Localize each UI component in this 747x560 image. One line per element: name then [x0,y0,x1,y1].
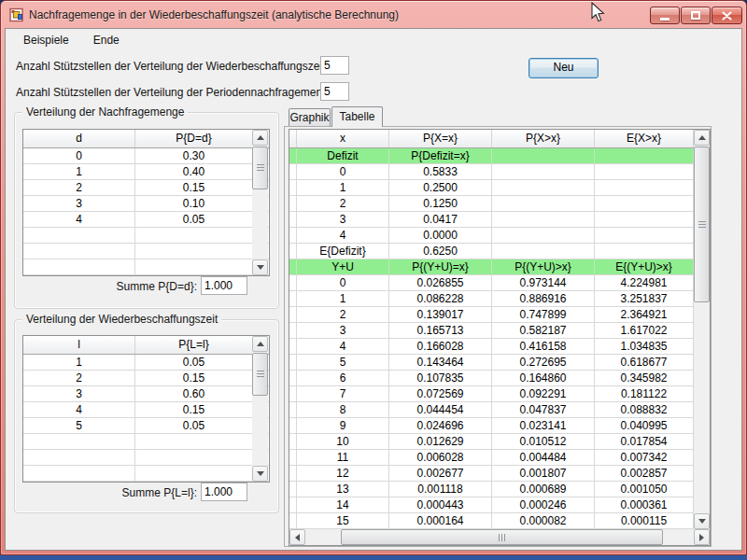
demand-grid-scrollbar[interactable] [252,130,268,275]
table-row[interactable]: 20.1390170.7478992.364921 [289,307,710,323]
table-row[interactable]: 30.10 [23,196,269,212]
menu-item-ende[interactable]: Ende [85,30,128,50]
tab-tabelle[interactable]: Tabelle [331,106,383,127]
leadtime-grid-scrollbar[interactable] [252,336,268,482]
scroll-down-button[interactable] [694,513,710,529]
table-row[interactable]: 20.1250 [289,196,710,212]
maximize-button[interactable] [681,7,711,24]
table-row[interactable]: 150.0001640.0000820.000115 [289,513,710,529]
table-cell: 0.023141 [492,418,595,433]
table-row[interactable]: 110.0060280.0044840.007342 [289,450,710,466]
table-row[interactable]: 60.1078350.1648600.345982 [289,371,710,386]
table-row[interactable]: 90.0246960.0231410.040995 [289,418,710,434]
table-row[interactable] [23,466,269,482]
table-cell: Y+U [297,259,389,274]
section-row[interactable]: Y+UP{(Y+U)=x}P{(Y+U)>x}E{(Y+U)>x} [289,259,710,275]
label-stuetzstellen-periode: Anzahl Stützstellen der Verteilung der P… [16,86,338,99]
scrollbar-thumb[interactable] [341,529,663,545]
row-header-cell [289,275,297,290]
table-cell: 0.001118 [389,482,492,497]
row-header-cell [289,212,297,227]
scroll-up-button[interactable] [252,336,268,352]
table-row[interactable]: 30.60 [23,386,269,402]
table-cell [492,164,595,179]
table-cell: 0.05 [135,212,253,227]
table-cell: 0.044454 [389,402,492,417]
table-cell: 2.364921 [595,307,694,322]
scrollbar-grip-icon [257,164,264,172]
table-row[interactable]: 50.05 [23,418,269,434]
table-cell: 0.10 [135,196,253,211]
tab-graphik[interactable]: Graphik [289,108,331,126]
scroll-right-button[interactable] [694,529,710,545]
table-row[interactable]: 40.05 [23,212,269,228]
scroll-down-button[interactable] [252,259,268,275]
input-stuetzstellen-periode[interactable] [320,82,349,101]
table-row[interactable]: 130.0011180.0006890.001050 [289,482,710,497]
result-table-hscrollbar[interactable] [289,529,710,545]
table-row[interactable]: E{Defizit}0.6250 [289,244,710,259]
table-row[interactable]: 10.05 [23,355,269,371]
table-row[interactable]: 40.1660280.4161581.034835 [289,339,710,355]
table-row[interactable]: 00.30 [23,148,269,164]
table-row[interactable] [23,434,269,450]
row-header-cell [289,259,297,274]
table-row[interactable]: 00.0268550.9731444.224981 [289,275,710,291]
scrollbar-thumb[interactable] [252,147,268,189]
app-icon [9,7,24,22]
row-header-cell [289,513,297,528]
input-stuetzstellen-wbz[interactable] [320,56,349,75]
table-row[interactable] [23,244,269,259]
section-row[interactable]: DefizitP{Defizit=x} [289,148,710,164]
table-row[interactable]: 20.15 [23,371,269,386]
groupbox-wiederbeschaffungszeit-title: Verteilung der Wiederbeschaffungszeit [22,313,221,326]
result-table-vscrollbar[interactable] [694,130,710,529]
leadtime-grid[interactable]: lP{L=l}10.0520.1530.6040.1550.05 [22,335,270,483]
scroll-up-button[interactable] [252,130,268,146]
table-cell: 1 [23,164,135,179]
menu-item-beispiele[interactable]: Beispiele [15,30,78,50]
scroll-left-button[interactable] [289,529,305,545]
table-cell: 0.088832 [595,402,694,417]
scroll-down-button[interactable] [252,466,268,482]
scrollbar-grip-icon [257,371,264,378]
minimize-button[interactable] [650,7,680,24]
table-row[interactable]: 50.1434640.2726950.618677 [289,355,710,371]
table-cell: 0.747899 [492,307,595,322]
table-row[interactable]: 10.40 [23,164,269,180]
scrollbar-thumb[interactable] [252,353,268,396]
table-row[interactable]: 140.0004430.0002460.000361 [289,497,710,513]
neu-button[interactable]: Neu [529,58,599,78]
table-cell: 0.143464 [389,355,492,370]
table-row[interactable] [23,259,269,275]
table-row[interactable]: 00.5833 [289,164,710,180]
table-cell [23,259,135,274]
summe-leadtime-value[interactable] [201,483,247,501]
table-row[interactable]: 80.0444540.0478370.088832 [289,402,710,418]
table-row[interactable]: 10.2500 [289,180,710,196]
column-header: x [297,130,389,147]
table-cell [23,244,135,259]
table-cell: 0.165713 [389,323,492,338]
table-cell: 0.05 [135,418,253,433]
close-button[interactable] [712,7,742,24]
table-row[interactable]: 100.0126290.0105120.017854 [289,434,710,450]
table-row[interactable]: 40.0000 [289,228,710,244]
scroll-up-button[interactable] [694,130,710,146]
demand-grid[interactable]: dP{D=d}00.3010.4020.1530.1040.05 [22,129,270,276]
result-table[interactable]: xP{X=x}P{X>x}E{X>x}DefizitP{Defizit=x}00… [289,129,711,546]
titlebar[interactable]: Nachfragemenge in der Wiederbeschaffungs… [1,1,746,28]
summe-demand-value[interactable] [201,276,247,295]
column-header: P{D=d} [135,130,253,147]
table-row[interactable] [23,450,269,466]
table-cell: 10 [297,434,389,449]
table-row[interactable]: 30.0417 [289,212,710,228]
table-row[interactable] [23,228,269,244]
table-row[interactable]: 120.0026770.0018070.002857 [289,466,710,482]
scrollbar-thumb[interactable] [694,147,710,302]
table-row[interactable]: 10.0862280.8869163.251837 [289,291,710,307]
table-row[interactable]: 40.15 [23,402,269,418]
table-row[interactable]: 30.1657130.5821871.617022 [289,323,710,339]
table-row[interactable]: 70.0725690.0922910.181122 [289,386,710,402]
table-row[interactable]: 20.15 [23,180,269,196]
